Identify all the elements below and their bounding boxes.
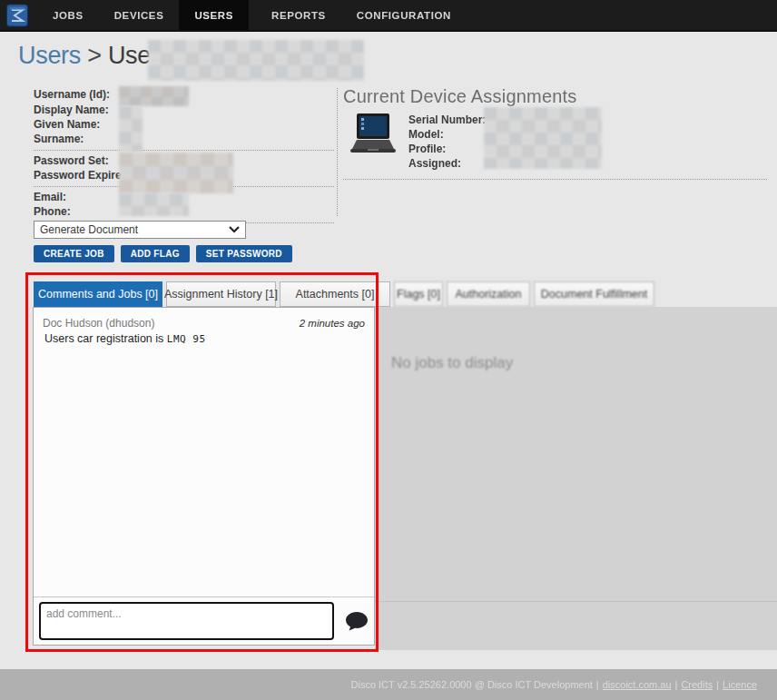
top-navbar: JOBS DEVICES USERS REPORTS CONFIGURATION <box>0 0 777 32</box>
tab-assignment-history[interactable]: Assignment History [1] <box>166 281 276 307</box>
footer-version-text: Disco ICT v2.5.25262.0000 @ Disco ICT De… <box>351 679 593 690</box>
chevron-down-icon <box>229 226 240 233</box>
footer-link-licence[interactable]: Licence <box>723 679 757 690</box>
generate-document-select[interactable]: Generate Document <box>34 221 246 239</box>
nav-item-reports[interactable]: REPORTS <box>256 0 341 30</box>
field-label-given-name: Given Name: <box>34 117 334 132</box>
redacted-user-name <box>148 40 364 81</box>
footer-link-website[interactable]: discoict.com.au <box>603 679 672 690</box>
device-label-profile: Profile: <box>408 142 486 156</box>
comment-input-area <box>34 596 374 645</box>
disco-ict-logo-icon[interactable] <box>0 0 37 30</box>
device-assignments-title: Current Device Assignments <box>343 86 767 107</box>
set-password-button[interactable]: SET PASSWORD <box>196 245 292 262</box>
comment-text: Users car registration is LMQ 95 <box>44 332 365 345</box>
comment-list-item: Doc Hudson (dhudson) 2 minutes ago Users… <box>34 308 374 345</box>
tab-attachments[interactable]: Attachments [0] <box>280 281 390 307</box>
action-buttons: CREATE JOB ADD FLAG SET PASSWORD <box>34 245 292 262</box>
comments-panel: Doc Hudson (dhudson) 2 minutes ago Users… <box>33 307 375 646</box>
page-title: Users > User: <box>18 42 165 70</box>
device-label-assigned: Assigned: <box>408 156 486 171</box>
breadcrumb-separator: > <box>87 42 108 69</box>
tab-document-fulfillment[interactable]: Document Fulfillment <box>534 281 654 307</box>
redacted-device-values <box>484 107 602 169</box>
tab-bar: Comments and Jobs [0] Assignment History… <box>34 281 654 307</box>
redacted-contact-values <box>119 193 189 216</box>
tab-flags[interactable]: Flags [0] <box>394 281 443 307</box>
jobs-panel-divider <box>375 601 777 602</box>
tab-comments-and-jobs[interactable]: Comments and Jobs [0] <box>34 281 162 307</box>
generate-document-selected-value: Generate Document <box>40 223 138 236</box>
redacted-name-values <box>119 106 143 152</box>
nav-item-devices[interactable]: DEVICES <box>99 0 180 30</box>
field-label-surname: Surname: <box>34 132 334 146</box>
laptop-icon <box>349 113 397 171</box>
redacted-password-values <box>119 153 233 193</box>
speech-bubble-icon[interactable] <box>345 610 369 632</box>
comment-author: Doc Hudson (dhudson) <box>43 317 154 330</box>
redacted-username-value <box>119 86 189 106</box>
footer-separator: | <box>596 679 599 690</box>
footer-link-credits[interactable]: Credits <box>681 679 713 690</box>
footer-separator: | <box>675 679 678 690</box>
create-job-button[interactable]: CREATE JOB <box>34 245 114 262</box>
registration-plate-text: LMQ 95 <box>167 333 206 345</box>
nav-item-configuration[interactable]: CONFIGURATION <box>341 0 467 30</box>
comment-timestamp: 2 minutes ago <box>300 318 365 329</box>
nav-item-users[interactable]: USERS <box>179 0 249 30</box>
nav-item-jobs[interactable]: JOBS <box>37 0 99 30</box>
footer: Disco ICT v2.5.25262.0000 @ Disco ICT De… <box>0 669 777 700</box>
footer-separator: | <box>716 679 719 690</box>
device-label-serial: Serial Number: <box>408 113 486 127</box>
no-jobs-message: No jobs to display <box>375 307 777 372</box>
add-flag-button[interactable]: ADD FLAG <box>121 245 190 262</box>
breadcrumb-users-link[interactable]: Users <box>18 42 81 69</box>
jobs-panel: No jobs to display <box>375 307 777 650</box>
device-section-divider <box>343 179 767 180</box>
device-label-model: Model: <box>408 127 486 142</box>
column-divider <box>337 88 338 216</box>
field-group-divider <box>34 150 334 151</box>
add-comment-input[interactable] <box>39 602 334 640</box>
tab-authorization[interactable]: Authorization <box>447 281 530 307</box>
